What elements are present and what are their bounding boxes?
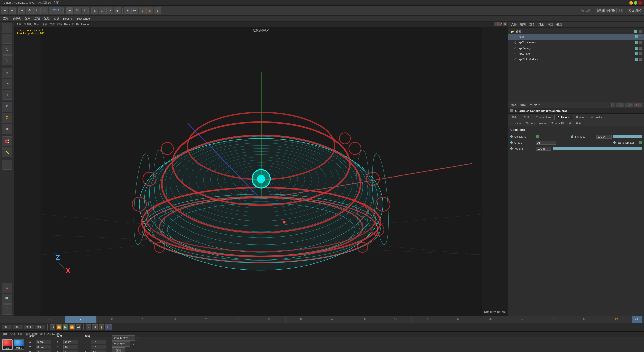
vp-view-menu[interactable]: 查看 — [16, 22, 22, 26]
viewport-3d-scene[interactable]: Z X — [14, 22, 508, 316]
toolbar-redo[interactable]: ↪ — [9, 7, 16, 14]
vp-prorender-menu[interactable]: ProRender — [76, 23, 90, 26]
size-dropdown[interactable]: 绝对尺寸 — [112, 341, 130, 347]
collisions-radio[interactable] — [510, 135, 513, 138]
toolbar-move[interactable]: ✛ — [26, 7, 33, 14]
frame-55[interactable]: 55 — [380, 316, 411, 323]
tab-basic[interactable]: 基本 — [508, 114, 520, 120]
toolbar-grid[interactable]: ⊞ — [124, 7, 131, 14]
scene-file-menu[interactable]: 文件 — [510, 22, 518, 27]
sidebar-c-icon[interactable]: C — [2, 113, 12, 123]
subtab-damping[interactable]: 衰减 — [573, 120, 584, 126]
frame-20[interactable]: 20 — [159, 316, 191, 323]
tab-collisions[interactable]: Collisions — [554, 115, 573, 120]
size-z-value[interactable]: 0 cm — [63, 350, 78, 352]
sidebar-search-btn[interactable]: 🔍 — [2, 294, 12, 304]
frame-7[interactable]: 7 — [65, 316, 96, 323]
props-edit-menu[interactable]: 编辑 — [519, 103, 527, 107]
rot-b-value[interactable]: 0 ° — [91, 350, 106, 352]
xp-play-btn[interactable]: XP — [105, 324, 112, 330]
stiffness-bar[interactable] — [613, 135, 642, 138]
sec-options[interactable]: 选项 — [33, 16, 42, 21]
emitter-check[interactable] — [635, 52, 638, 55]
toolbar-nurbs[interactable]: ◆ — [114, 7, 121, 14]
loop-btn[interactable]: ↺ — [92, 324, 98, 330]
node-space-value[interactable]: 当前 (标准/物理) — [595, 8, 616, 13]
nav-down-btn[interactable]: ↓ — [625, 103, 629, 107]
go-start-btn[interactable]: ⏮ — [50, 324, 55, 330]
weight-radio[interactable] — [510, 147, 513, 150]
status-edit[interactable]: 编辑 — [10, 332, 15, 336]
tab-viscosity[interactable]: Viscosity — [588, 115, 605, 120]
toolbar-bones[interactable]: J — [139, 7, 146, 14]
sidebar-curve-btn[interactable]: ⌒ — [2, 304, 12, 315]
frame-90[interactable]: 9C — [600, 316, 632, 323]
scene-item-cloth[interactable]: ⬡ xpClothModifier — [508, 56, 644, 62]
scene-item-gravity[interactable]: ⬡ xpGravity — [508, 45, 644, 51]
tab-coordinates[interactable]: 坐标 — [520, 114, 533, 120]
sec-view[interactable]: 查看 — [2, 16, 10, 21]
clone1-vis[interactable] — [639, 35, 642, 38]
sidebar-record-btn[interactable]: ● — [2, 283, 12, 293]
scene-view-menu[interactable]: 查看 — [528, 22, 536, 27]
sidebar-pen-tool[interactable]: ✏ — [2, 68, 12, 78]
scene-tag-menu[interactable]: 标签 — [546, 22, 554, 27]
toolbar-xyz[interactable]: X Y Z — [49, 7, 64, 14]
frame-65[interactable]: 65 — [443, 316, 474, 323]
go-end-btn[interactable]: ⏭ — [76, 324, 81, 330]
nav-forward-btn[interactable]: → — [616, 103, 620, 107]
frame-75[interactable]: 75 — [506, 316, 537, 323]
status-create[interactable]: 创建 — [2, 332, 8, 336]
frame-60[interactable]: 60 — [412, 316, 443, 323]
nav-pin-btn[interactable]: 📌 — [634, 103, 638, 107]
sidebar-rotate-tool[interactable]: ↻ — [2, 45, 12, 55]
toolbar-xp[interactable]: B — [146, 7, 153, 14]
sidebar-extrude-tool[interactable]: ⬆ — [2, 90, 12, 100]
toolbar-spline[interactable]: 〜 — [106, 7, 113, 14]
minimize-button[interactable] — [629, 1, 633, 5]
sec-camera[interactable]: 摄像机 — [11, 16, 22, 21]
scene-item-backup[interactable]: 📁 备份 — [508, 29, 644, 34]
sidebar-material-icon[interactable]: ◉ — [2, 124, 12, 134]
frame-10[interactable]: 10 — [97, 316, 128, 323]
sidebar-measure-tool[interactable]: 📏 — [2, 147, 12, 157]
toolbar-render-preview[interactable]: ▶ — [66, 7, 73, 14]
same-emitter-checkbox[interactable] — [639, 141, 642, 144]
size-x-value[interactable]: 0 cm — [63, 340, 78, 344]
frame-35[interactable]: 35 — [254, 316, 286, 323]
frame-0[interactable]: 0 — [2, 316, 33, 323]
end-frame2[interactable]: 90 F — [35, 325, 45, 329]
backup-checkbox[interactable] — [634, 30, 637, 33]
vp-panel-menu[interactable]: 面板 — [57, 22, 62, 26]
xp-enabled-checkbox[interactable] — [510, 109, 513, 112]
constraints-vis[interactable] — [639, 41, 642, 44]
vp-display-menu[interactable]: 显示 — [34, 22, 39, 26]
maximize-button[interactable] — [634, 1, 637, 5]
toolbar-scale[interactable]: ⤡ — [41, 7, 48, 14]
weight-bar[interactable] — [553, 147, 642, 150]
coord-dropdown[interactable]: 对象 (相对） — [112, 335, 135, 341]
size-y-value[interactable]: 0 cm — [63, 345, 78, 349]
vp-pin-btn[interactable]: 📌 — [498, 22, 502, 26]
sidebar-dots-icon[interactable]: ⋮ — [2, 160, 12, 170]
group-radio[interactable] — [510, 141, 513, 144]
close-button[interactable] — [638, 1, 642, 5]
pos-y-value[interactable]: 0 cm — [36, 345, 51, 349]
apply-button[interactable]: 应用 — [112, 347, 125, 352]
frame-25[interactable]: 25 — [191, 316, 222, 323]
nav-expand-btn[interactable]: ⤢ — [629, 103, 633, 107]
frame-40[interactable]: 40 — [286, 316, 317, 323]
frame-input[interactable]: 0 F — [2, 325, 12, 329]
vp-filter-menu[interactable]: 过滤 — [49, 22, 55, 26]
toolbar-object[interactable]: ◎ — [91, 7, 98, 14]
nav-back-btn[interactable]: ← — [611, 103, 615, 107]
status-view[interactable]: 查看 — [17, 332, 23, 336]
sidebar-spline-tool[interactable]: 〜 — [2, 79, 12, 89]
nav-close-btn[interactable]: ✕ — [638, 103, 642, 107]
backup-vis[interactable] — [639, 30, 642, 33]
sidebar-s-icon[interactable]: S — [2, 102, 12, 112]
vp-camera-menu[interactable]: 摄像机 — [24, 22, 32, 26]
scene-item-clone1[interactable]: ⬡ 克隆.1 — [508, 34, 644, 40]
emitter-vis[interactable] — [639, 52, 642, 55]
props-mode-menu[interactable]: 模式 — [510, 103, 518, 107]
